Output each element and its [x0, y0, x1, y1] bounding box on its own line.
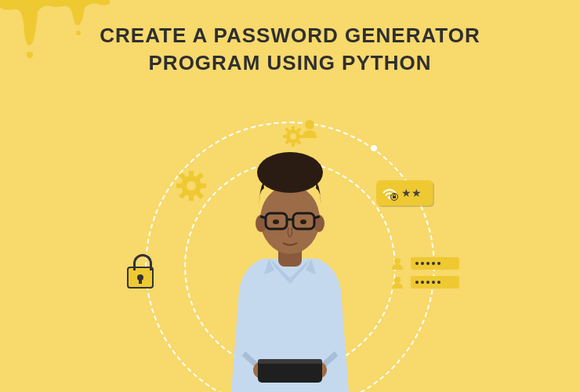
svg-point-11: [290, 133, 296, 140]
svg-rect-16: [176, 183, 183, 188]
lock-icon: [125, 255, 155, 289]
svg-point-26: [394, 258, 401, 264]
svg-point-43: [273, 220, 279, 224]
user-icon: [392, 257, 406, 270]
wifi-icon: [381, 184, 398, 201]
svg-rect-5: [283, 135, 287, 138]
svg-point-37: [283, 153, 297, 167]
svg-point-33: [259, 169, 274, 184]
svg-rect-25: [393, 196, 396, 198]
svg-point-27: [394, 277, 401, 283]
svg-line-42: [314, 216, 320, 218]
credential-row: [392, 257, 459, 270]
svg-point-12: [305, 120, 314, 129]
title-line-1: CREATE A PASSWORD GENERATOR: [100, 24, 480, 47]
title-line-2: PROGRAM USING PYTHON: [149, 51, 432, 74]
password-field: [411, 276, 459, 289]
gear-user-icon: [282, 118, 320, 149]
password-stars: ★★: [401, 187, 422, 199]
wifi-password-card: ★★: [376, 180, 433, 205]
svg-rect-3: [292, 126, 295, 130]
credential-row: [392, 276, 459, 289]
svg-point-44: [300, 220, 306, 224]
login-credentials-icon: [392, 257, 459, 295]
svg-point-34: [306, 169, 321, 184]
user-icon: [392, 276, 406, 289]
password-field: [411, 257, 459, 270]
svg-rect-15: [189, 194, 194, 201]
svg-point-22: [187, 181, 196, 191]
svg-rect-14: [189, 171, 194, 177]
svg-rect-4: [292, 143, 295, 147]
svg-rect-52: [258, 359, 322, 364]
svg-line-41: [260, 216, 266, 218]
page-title: CREATE A PASSWORD GENERATOR PROGRAM USIN…: [0, 22, 580, 77]
student-with-tablet: [200, 149, 380, 392]
